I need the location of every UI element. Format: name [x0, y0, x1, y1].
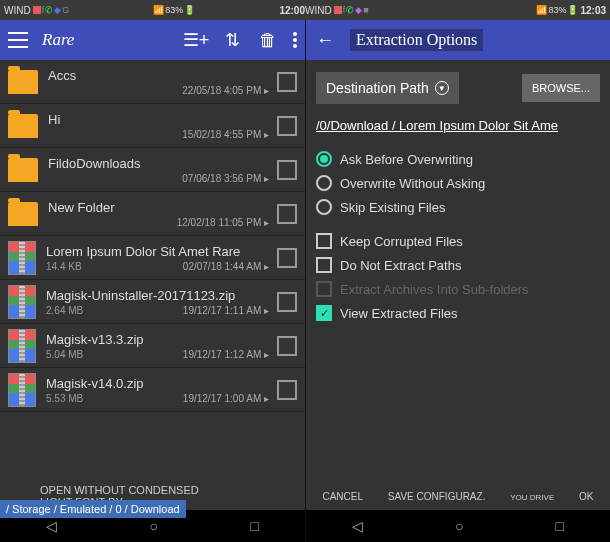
extraction-options-screen: ← Extraction Options Destination Path ▼ … [305, 20, 610, 542]
options-checkbox-group: Keep Corrupted FilesDo Not Extract Paths… [316, 233, 600, 321]
file-item[interactable]: Accs22/05/18 4:05 PM ▸ [0, 60, 305, 104]
file-name: Magisk-v13.3.zip [46, 332, 269, 347]
app-title: Rare [42, 30, 74, 50]
overwrite-radio-group: Ask Before OverwritingOverwrite Without … [316, 151, 600, 215]
path-bar[interactable]: / Storage / Emulated / 0 / Download [0, 500, 186, 518]
zip-icon [8, 241, 36, 275]
checkbox-icon [316, 233, 332, 249]
radio-icon [316, 151, 332, 167]
checkbox-label: Keep Corrupted Files [340, 234, 463, 249]
radio-item[interactable]: Overwrite Without Asking [316, 175, 600, 191]
file-name: Magisk-v14.0.zip [46, 376, 269, 391]
file-item[interactable]: Hi15/02/18 4:55 PM ▸ [0, 104, 305, 148]
file-size: 5.04 MB [46, 349, 83, 360]
file-list[interactable]: Accs22/05/18 4:05 PM ▸Hi15/02/18 4:55 PM… [0, 60, 305, 482]
file-date: 19/12/17 1:00 AM ▸ [83, 393, 269, 404]
select-checkbox[interactable] [277, 248, 297, 268]
bottom-actions: CANCEL SAVE CONFIGURAZ. YOU DRIVE OK [306, 483, 610, 510]
delete-icon[interactable]: 🗑 [257, 29, 279, 51]
save-button[interactable]: SAVE CONFIGURAZ. [388, 491, 486, 502]
radio-icon [316, 175, 332, 191]
file-date: 19/12/17 1:11 AM ▸ [83, 305, 269, 316]
nav-home[interactable]: ○ [455, 518, 463, 534]
file-size: 5.53 MB [46, 393, 83, 404]
file-date: 12/02/18 11:05 PM ▸ [48, 217, 269, 228]
select-checkbox[interactable] [277, 292, 297, 312]
checkbox-label: Do Not Extract Paths [340, 258, 461, 273]
overflow-icon[interactable] [293, 32, 297, 48]
nav-back[interactable]: ◁ [352, 518, 363, 534]
toolbar: ← Extraction Options [306, 20, 610, 60]
radio-label: Overwrite Without Asking [340, 176, 485, 191]
select-checkbox[interactable] [277, 336, 297, 356]
status-bar-left: WIND f✆◆G 📶83%🔋 12:00 [4, 5, 305, 16]
zip-icon [8, 373, 36, 407]
nav-bar: ◁ ○ □ [306, 510, 610, 542]
folder-icon [8, 158, 38, 182]
folder-icon [8, 202, 38, 226]
file-date: 22/05/18 4:05 PM ▸ [48, 85, 269, 96]
file-name: Hi [48, 112, 269, 127]
folder-icon [8, 114, 38, 138]
checkbox-item[interactable]: Keep Corrupted Files [316, 233, 600, 249]
nav-recent[interactable]: □ [556, 518, 564, 534]
file-date: 07/06/18 3:56 PM ▸ [48, 173, 269, 184]
file-item[interactable]: Magisk-Uninstaller-20171123.zip2.64 MB19… [0, 280, 305, 324]
checkbox-icon [316, 257, 332, 273]
file-name: Magisk-Uninstaller-20171123.zip [46, 288, 269, 303]
file-item[interactable]: Lorem Ipsum Dolor Sit Amet Rare14.4 KB02… [0, 236, 305, 280]
checkbox-icon [316, 281, 332, 297]
sort-icon[interactable]: ⇅ [221, 29, 243, 51]
file-size: 14.4 KB [46, 261, 82, 272]
select-checkbox[interactable] [277, 204, 297, 224]
radio-item[interactable]: Skip Existing Files [316, 199, 600, 215]
file-date: 02/07/18 1:44 AM ▸ [82, 261, 269, 272]
screen-title: Extraction Options [350, 29, 483, 51]
checkbox-label: View Extracted Files [340, 306, 458, 321]
add-list-icon[interactable]: ☰+ [185, 29, 207, 51]
nav-home[interactable]: ○ [150, 518, 158, 534]
back-icon[interactable]: ← [314, 29, 336, 51]
checkbox-item[interactable]: ✓View Extracted Files [316, 305, 600, 321]
radio-icon [316, 199, 332, 215]
checkbox-icon: ✓ [316, 305, 332, 321]
radio-label: Skip Existing Files [340, 200, 445, 215]
file-date: 19/12/17 1:12 AM ▸ [83, 349, 269, 360]
browse-button[interactable]: BROWSE... [522, 74, 600, 102]
file-name: FildoDownloads [48, 156, 269, 171]
file-name: Accs [48, 68, 269, 83]
menu-icon[interactable] [8, 32, 28, 48]
file-name: Lorem Ipsum Dolor Sit Amet Rare [46, 244, 269, 259]
destination-path-text[interactable]: /0/Download / Lorem Ipsum Dolor Sit Ame [316, 118, 600, 133]
select-checkbox[interactable] [277, 116, 297, 136]
destination-path-dropdown[interactable]: Destination Path ▼ [316, 72, 459, 104]
toolbar: Rare ☰+ ⇅ 🗑 [0, 20, 305, 60]
file-size: 2.64 MB [46, 305, 83, 316]
nav-recent[interactable]: □ [250, 518, 258, 534]
select-checkbox[interactable] [277, 160, 297, 180]
file-item[interactable]: FildoDownloads07/06/18 3:56 PM ▸ [0, 148, 305, 192]
nav-back[interactable]: ◁ [46, 518, 57, 534]
status-bar-right: WIND f✆◆■ 📶83%🔋 12:03 [305, 5, 606, 16]
file-item[interactable]: New Folder12/02/18 11:05 PM ▸ [0, 192, 305, 236]
checkbox-item[interactable]: Do Not Extract Paths [316, 257, 600, 273]
zip-icon [8, 285, 36, 319]
folder-icon [8, 70, 38, 94]
drive-button[interactable]: YOU DRIVE [510, 493, 554, 502]
cancel-button[interactable]: CANCEL [322, 491, 363, 502]
ok-button[interactable]: OK [579, 491, 593, 502]
radio-item[interactable]: Ask Before Overwriting [316, 151, 600, 167]
checkbox-label: Extract Archives Into Sub-folders [340, 282, 529, 297]
file-name: New Folder [48, 200, 269, 215]
file-date: 15/02/18 4:55 PM ▸ [48, 129, 269, 140]
zip-icon [8, 329, 36, 363]
file-browser-screen: Rare ☰+ ⇅ 🗑 Accs22/05/18 4:05 PM ▸Hi15/0… [0, 20, 305, 542]
file-item[interactable]: Magisk-v13.3.zip5.04 MB19/12/17 1:12 AM … [0, 324, 305, 368]
checkbox-item: Extract Archives Into Sub-folders [316, 281, 600, 297]
chevron-down-icon: ▼ [435, 81, 449, 95]
file-item[interactable]: Magisk-v14.0.zip5.53 MB19/12/17 1:00 AM … [0, 368, 305, 412]
select-checkbox[interactable] [277, 380, 297, 400]
select-checkbox[interactable] [277, 72, 297, 92]
radio-label: Ask Before Overwriting [340, 152, 473, 167]
